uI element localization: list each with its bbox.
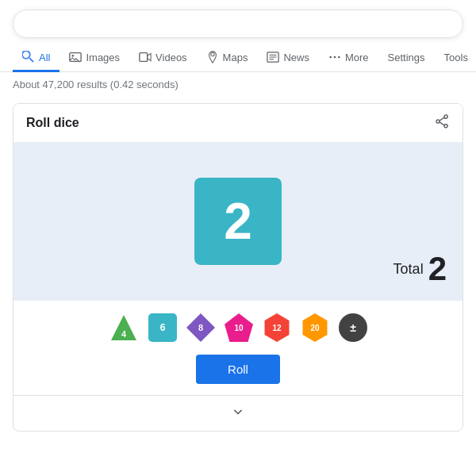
tab-more[interactable]: More: [319, 44, 378, 72]
svg-point-11: [436, 120, 440, 123]
tab-videos[interactable]: Videos: [129, 44, 197, 72]
total-label: Total: [393, 261, 424, 278]
search-input[interactable]: hod kockou: [25, 17, 443, 31]
maps-tab-icon: [206, 51, 219, 63]
nav-right: Settings Tools: [378, 45, 476, 71]
tab-all-label: All: [39, 52, 50, 63]
expand-area[interactable]: [13, 395, 463, 431]
dice-value: 2: [224, 192, 252, 251]
videos-tab-icon: [139, 51, 152, 63]
tab-tools-label: Tools: [444, 52, 468, 63]
die-d10[interactable]: 10: [224, 313, 254, 343]
search-icons: [443, 17, 451, 31]
roll-dice-card: Roll dice 2 Total 2 4: [13, 103, 463, 432]
tab-images[interactable]: Images: [60, 44, 129, 72]
tab-maps-label: Maps: [223, 52, 248, 63]
total-value: 2: [428, 250, 447, 288]
nav-tabs: All Images Videos Maps: [0, 38, 476, 72]
svg-rect-2: [140, 53, 148, 62]
dice-options: 4 6 8 10 12 20: [13, 301, 463, 350]
images-tab-icon: [69, 51, 82, 63]
svg-point-8: [334, 56, 336, 59]
card-title: Roll dice: [26, 116, 79, 130]
news-tab-icon: [267, 51, 279, 63]
tab-more-label: More: [345, 52, 369, 63]
search-tab-icon: [22, 51, 35, 63]
svg-point-9: [338, 56, 340, 59]
chevron-down-icon: [230, 404, 246, 423]
die-d20[interactable]: 20: [300, 313, 330, 343]
svg-text:4: 4: [121, 329, 127, 339]
tab-maps[interactable]: Maps: [197, 44, 258, 72]
die-d4[interactable]: 4: [108, 312, 140, 343]
roll-area: Roll: [13, 350, 463, 395]
die-d12[interactable]: 12: [262, 313, 292, 343]
tab-all[interactable]: All: [13, 44, 60, 72]
share-icon[interactable]: [434, 113, 450, 132]
tab-videos-label: Videos: [155, 52, 187, 63]
dice-display: 2 Total 2: [13, 142, 463, 301]
svg-point-12: [444, 125, 447, 128]
svg-line-14: [440, 122, 444, 125]
more-tab-icon: [328, 51, 341, 63]
svg-line-13: [440, 117, 444, 121]
total-display: Total 2: [393, 250, 447, 288]
die-d6[interactable]: 6: [148, 313, 178, 343]
search-bar-area: hod kockou: [0, 0, 476, 38]
svg-point-7: [329, 56, 332, 59]
tab-settings-label: Settings: [388, 52, 425, 63]
svg-rect-0: [70, 53, 81, 62]
card-header: Roll dice: [13, 104, 463, 142]
search-box: hod kockou: [13, 10, 463, 38]
svg-point-10: [444, 115, 447, 118]
roll-button[interactable]: Roll: [196, 355, 280, 384]
tab-tools[interactable]: Tools: [435, 45, 476, 72]
svg-point-1: [72, 55, 75, 57]
dice-face: 2: [194, 178, 282, 265]
results-info: About 47,200 results (0.42 seconds): [0, 72, 476, 97]
tab-news[interactable]: News: [257, 44, 319, 72]
tab-news-label: News: [283, 52, 309, 63]
die-d8[interactable]: 8: [186, 313, 216, 343]
tab-settings[interactable]: Settings: [378, 45, 435, 72]
die-custom[interactable]: ±: [338, 313, 368, 343]
tab-images-label: Images: [86, 52, 120, 63]
